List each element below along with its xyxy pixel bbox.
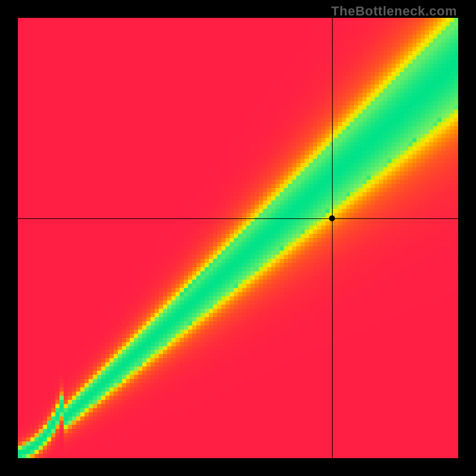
chart-frame: TheBottleneck.com [0,0,476,476]
watermark-text: TheBottleneck.com [331,4,457,19]
heatmap-plot [18,18,458,458]
marker-point [329,215,335,221]
crosshair-horizontal [18,218,458,219]
crosshair-vertical [332,18,333,458]
heatmap-canvas [18,18,458,458]
